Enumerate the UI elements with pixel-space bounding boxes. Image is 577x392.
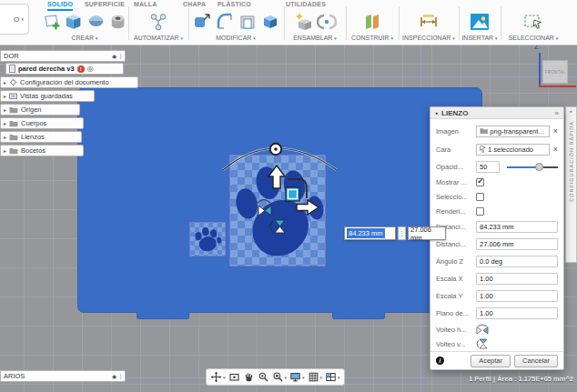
look-at-button[interactable]	[228, 369, 241, 385]
measure-icon[interactable]	[419, 12, 439, 32]
zoom-button[interactable]	[257, 369, 270, 385]
browser-folder-sketches[interactable]: ▸ Bocetos	[0, 145, 84, 156]
scale-x-input[interactable]: 1.00	[476, 273, 558, 285]
browser-item-label: Cuerpos	[21, 119, 46, 127]
shell-icon[interactable]	[238, 12, 258, 32]
workspace-selector-partial[interactable]: O ▾	[0, 4, 29, 35]
angle-z-input[interactable]: 0.0 deg	[476, 256, 558, 267]
renderable-checkbox[interactable]	[476, 207, 484, 216]
panel-handle-icon[interactable]: ⟩	[119, 373, 122, 380]
expander-icon[interactable]: ▸	[4, 79, 6, 85]
field-label: Volteo h...	[436, 326, 476, 334]
plane-scale-input[interactable]: 1.00	[476, 307, 558, 319]
panel-dock-icon[interactable]: ◉	[112, 53, 116, 59]
automate-icon[interactable]	[148, 12, 168, 32]
flip-vertical-handle-icon[interactable]	[270, 220, 285, 233]
display-settings-button[interactable]: ▾	[288, 369, 306, 385]
flip-vertical-button[interactable]	[476, 338, 489, 349]
field-label: Plano de...	[436, 309, 476, 317]
face-selection-chip[interactable]: 1 seleccionado	[476, 144, 550, 156]
fit-button[interactable]: ▾	[271, 369, 288, 385]
display-through-checkbox[interactable]	[476, 178, 484, 186]
caret-icon: ▾	[21, 16, 24, 22]
browser-folder-canvases[interactable]: ▸ Lienzos	[0, 131, 82, 143]
construct-plane-icon[interactable]	[362, 12, 382, 32]
dimension-y-input[interactable]: 27.006 mm	[408, 226, 446, 240]
panel-handle-icon[interactable]: ⟩	[119, 53, 122, 60]
orbit-button[interactable]: ▾	[209, 369, 227, 385]
group-label-automatizar[interactable]: AUTOMATIZAR ▾	[129, 35, 187, 41]
browser-item-document-settings[interactable]: ▸ Configuración del documento	[0, 76, 138, 88]
hole-icon[interactable]	[108, 12, 127, 32]
browser-folder-origin[interactable]: ▸ Origen	[0, 104, 80, 116]
group-label-construir[interactable]: CONSTRUIR ▾	[347, 35, 398, 41]
fillet-icon[interactable]	[215, 12, 235, 32]
dimension-x-input[interactable]: 84.233 mm	[344, 226, 396, 240]
expander-icon[interactable]: ▸	[4, 93, 6, 99]
clear-face-icon[interactable]: ×	[553, 145, 558, 154]
joint-icon[interactable]	[317, 12, 337, 32]
extrude-icon[interactable]	[64, 12, 83, 32]
clear-image-icon[interactable]: ×	[553, 126, 558, 136]
group-label-crear[interactable]: CREAR ▾	[42, 35, 127, 41]
viewcube[interactable]: FRONTAL	[542, 60, 568, 84]
field-imagen: Imagen png-transparent-c... ×	[436, 122, 558, 140]
field-label: Seleccio...	[436, 193, 476, 201]
viewports-button[interactable]: ▾	[324, 369, 341, 385]
group-label-insertar[interactable]: INSERTAR ▾	[460, 35, 500, 41]
field-label: Imagen	[436, 127, 476, 136]
selectable-checkbox[interactable]	[476, 193, 484, 201]
group-label-modificar[interactable]: MODIFICAR ▾	[189, 35, 282, 41]
folder-icon	[9, 147, 18, 155]
group-ensamblar: ENSAMBLAR ▾	[285, 0, 345, 45]
browser-panel-header[interactable]: DOR ◉ ⟩	[0, 50, 126, 62]
group-label-seleccionar[interactable]: SELECCIONAR ▾	[501, 35, 565, 41]
revolve-icon[interactable]	[86, 12, 106, 32]
group-label-inspeccionar[interactable]: INSPECCIONAR ▾	[400, 35, 458, 41]
insert-canvas-icon[interactable]	[469, 12, 491, 32]
collapsed-side-panel[interactable]: « CONFIGURACIÓN RÁPIDA	[565, 106, 577, 263]
expander-icon[interactable]: ▸	[4, 147, 6, 154]
expander-icon[interactable]: ▸	[4, 134, 6, 140]
dialog-header[interactable]: ● LIENZO »	[430, 107, 563, 119]
field-label: Cara	[436, 146, 476, 154]
panel-dock-icon[interactable]: ◉	[112, 373, 116, 379]
field-angulo: Ángulo Z 0.0 deg	[436, 253, 558, 270]
distance-y-input[interactable]: 27.006 mm	[476, 238, 558, 250]
move-up-arrow-icon[interactable]	[268, 166, 285, 188]
canvas-manipulator[interactable]	[218, 136, 346, 255]
opacity-slider[interactable]	[507, 162, 558, 171]
browser-root-item[interactable]: pared derecha v3 ! ◎	[5, 63, 124, 75]
new-component-icon[interactable]	[294, 12, 314, 32]
distance-x-input[interactable]: 84.233 mm	[476, 221, 558, 233]
scale-y-input[interactable]: 1.00	[476, 290, 558, 302]
slider-thumb[interactable]	[535, 163, 543, 171]
select-icon[interactable]	[522, 12, 544, 32]
move-right-arrow-icon[interactable]	[297, 200, 319, 215]
opacity-input[interactable]: 50	[476, 161, 500, 173]
dialog-collapse-icon[interactable]: »	[555, 109, 559, 117]
pan-button[interactable]	[242, 369, 256, 385]
accept-button[interactable]: Aceptar	[471, 355, 511, 367]
comments-panel-header[interactable]: ARIOS ◉ ⟩	[0, 370, 126, 382]
group-label-ensamblar[interactable]: ENSAMBLAR ▾	[285, 35, 345, 41]
activate-component-icon[interactable]: ◎	[87, 65, 94, 73]
expander-icon[interactable]: ▸	[4, 120, 6, 126]
flip-horizontal-handle-icon[interactable]	[258, 200, 271, 216]
info-icon[interactable]: i	[436, 357, 444, 365]
create-sketch-icon[interactable]	[42, 12, 61, 32]
cancel-button[interactable]: Cancelar	[514, 355, 558, 367]
browser-item-label: Configuración del documento	[20, 78, 109, 86]
press-pull-icon[interactable]	[192, 12, 212, 32]
expand-panel-icon[interactable]: «	[570, 108, 572, 114]
image-file-chip[interactable]: png-transparent-c...	[476, 126, 550, 137]
combine-icon[interactable]	[260, 12, 280, 32]
browser-item-named-views[interactable]: ▸ Vistas guardadas	[0, 90, 95, 102]
group-insertar: INSERTAR ▾	[460, 0, 500, 45]
browser-folder-bodies[interactable]: ▸ Cuerpos	[0, 117, 84, 129]
rotate-handle-dot	[274, 147, 278, 151]
drag-grip-icon[interactable]: ⋮	[398, 226, 406, 240]
expander-icon[interactable]: ▸	[4, 106, 6, 113]
flip-horizontal-button[interactable]	[476, 324, 489, 335]
grid-snaps-button[interactable]: ▾	[307, 369, 324, 385]
